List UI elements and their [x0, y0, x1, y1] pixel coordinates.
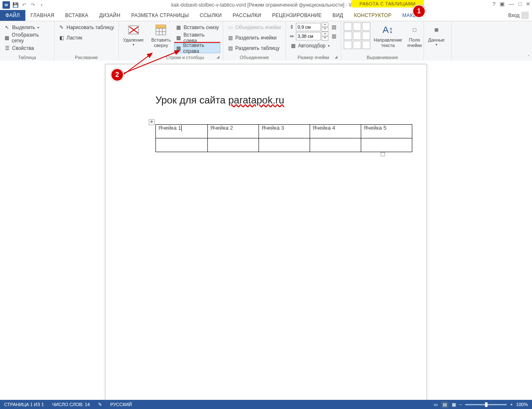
tab-home[interactable]: ГЛАВНАЯ — [25, 10, 60, 21]
eraser-button[interactable]: ◧Ластик — [57, 33, 115, 43]
tab-table-design[interactable]: КОНСТРУКТОР — [349, 10, 397, 21]
ribbon-options-icon[interactable]: ▣ — [500, 1, 505, 7]
group-rows-columns-label: Строки и столбцы — [150, 54, 220, 61]
grid-icon: ▦ — [4, 34, 10, 41]
tab-references[interactable]: ССЫЛКИ — [194, 10, 227, 21]
height-up[interactable]: ▲ — [322, 22, 328, 27]
table-move-handle[interactable]: ✥ — [149, 119, 155, 125]
col-width-input[interactable] — [296, 32, 321, 40]
table-resize-handle[interactable] — [381, 152, 385, 156]
text-direction-button[interactable]: A↕ Направление текста — [372, 22, 404, 49]
table-cell[interactable]: Ячейка 5 — [361, 125, 412, 138]
minimize-icon[interactable]: — — [509, 1, 514, 7]
split-cells-button[interactable]: ▥Разделить ячейки — [226, 33, 282, 43]
group-cell-size-label: Размер ячейки — [288, 54, 338, 61]
qat-dropdown-icon[interactable]: ▾ — [38, 2, 45, 8]
redo-icon[interactable]: ↷ — [30, 2, 36, 8]
height-down[interactable]: ▼ — [322, 27, 328, 32]
view-print-icon[interactable]: ▤ — [441, 401, 448, 408]
merge-icon: ▭ — [227, 24, 234, 31]
table-cell[interactable]: Ячейка 2 — [207, 125, 259, 138]
align-mid-center[interactable] — [353, 32, 361, 40]
view-gridlines-button[interactable]: ▦Отобразить сетку — [2, 33, 52, 43]
table-cell[interactable] — [259, 138, 310, 152]
table-cell[interactable] — [361, 138, 412, 152]
insert-below-button[interactable]: ▦Вставить снизу — [174, 22, 220, 32]
status-language[interactable]: РУССКИЙ — [106, 402, 136, 407]
align-top-left[interactable] — [344, 22, 352, 31]
tab-design[interactable]: ДИЗАЙН — [94, 10, 126, 21]
insert-above-button[interactable]: Вставить сверху — [150, 22, 172, 54]
undo-icon[interactable]: ↶ — [21, 2, 27, 8]
rows-cols-dialog-launcher[interactable]: ◢ — [217, 55, 222, 60]
table-cell[interactable] — [310, 138, 361, 152]
status-page[interactable]: СТРАНИЦА 1 ИЗ 1 — [0, 402, 48, 407]
sign-in[interactable]: Вход — [505, 10, 532, 21]
select-button[interactable]: ↖Выделить▾ — [2, 22, 52, 32]
table-row[interactable] — [156, 138, 412, 152]
help-icon[interactable]: ? — [493, 1, 495, 7]
width-up[interactable]: ▲ — [322, 32, 328, 36]
draw-table-button[interactable]: ✎Нарисовать таблицу — [57, 22, 115, 32]
tab-insert[interactable]: ВСТАВКА — [60, 10, 94, 21]
table-cell[interactable] — [156, 138, 208, 152]
tab-page-layout[interactable]: РАЗМЕТКА СТРАНИЦЫ — [126, 10, 195, 21]
data-button[interactable]: ▦ Данные ▾ — [426, 22, 446, 54]
zoom-out-icon[interactable]: − — [459, 402, 462, 407]
distribute-cols-icon[interactable]: ▥ — [330, 33, 337, 39]
insert-right-button[interactable]: ▦Вставить справа — [174, 43, 220, 53]
collapse-ribbon-icon[interactable]: ˆ — [528, 54, 530, 59]
table-tools-contextual-label: РАБОТА С ТАБЛИЦАМИ — [351, 0, 424, 7]
group-data: ▦ Данные ▾ — [424, 21, 452, 61]
table-cell[interactable]: Ячейка 1 — [156, 125, 208, 138]
properties-button[interactable]: ☰Свойства — [2, 43, 52, 53]
align-top-right[interactable] — [362, 22, 370, 31]
align-mid-left[interactable] — [344, 32, 352, 40]
delete-button[interactable]: Удаление ▾ — [121, 22, 145, 54]
align-top-center[interactable] — [353, 22, 361, 31]
status-bar: СТРАНИЦА 1 ИЗ 1 ЧИСЛО СЛОВ: 14 ✎ РУССКИЙ… — [0, 400, 532, 409]
autofit-button[interactable]: ▦Автоподбор▾ — [288, 41, 337, 51]
maximize-icon[interactable]: □ — [518, 1, 522, 7]
window-title: kak-dobavit-stolbec-v-tablicu-vord [Режи… — [0, 2, 532, 8]
align-mid-right[interactable] — [362, 32, 370, 40]
cell-margins-button[interactable]: ▢ Поля ячейки — [406, 22, 424, 49]
status-word-count[interactable]: ЧИСЛО СЛОВ: 14 — [48, 402, 94, 407]
save-icon[interactable]: 💾 — [12, 2, 19, 8]
status-proofing-icon[interactable]: ✎ — [94, 402, 106, 407]
insert-left-button[interactable]: ▦Вставить слева — [174, 33, 220, 43]
document-table[interactable]: Ячейка 1 Ячейка 2 Ячейка 3 Ячейка 4 Ячей… — [155, 124, 412, 152]
table-row[interactable]: Ячейка 1 Ячейка 2 Ячейка 3 Ячейка 4 Ячей… — [156, 125, 412, 138]
align-bot-left[interactable] — [344, 41, 352, 49]
distribute-rows-icon[interactable]: ▤ — [330, 24, 337, 30]
view-web-icon[interactable]: ▦ — [452, 402, 456, 407]
text-cursor — [181, 125, 182, 131]
document-heading[interactable]: Урок для сайта paratapok.ru — [155, 94, 381, 106]
table-cell[interactable]: Ячейка 3 — [259, 125, 310, 138]
view-read-icon[interactable]: ▭ — [433, 402, 438, 407]
align-bot-right[interactable] — [362, 41, 370, 49]
svg-rect-7 — [156, 25, 166, 28]
tab-mailings[interactable]: РАССЫЛКИ — [227, 10, 267, 21]
row-height-input[interactable] — [296, 23, 321, 31]
table-cell[interactable]: Ячейка 4 — [310, 125, 361, 138]
zoom-thumb[interactable] — [485, 402, 488, 407]
zoom-level[interactable]: 100% — [516, 402, 528, 407]
table-cell[interactable] — [207, 138, 259, 152]
zoom-slider[interactable] — [465, 404, 507, 405]
split-table-button[interactable]: ▤Разделить таблицу — [226, 43, 282, 53]
tab-file[interactable]: ФАЙЛ — [0, 10, 25, 21]
split-cells-icon: ▥ — [227, 34, 234, 41]
insert-above-icon — [154, 23, 167, 37]
cell-size-dialog-launcher[interactable]: ◢ — [335, 55, 340, 60]
align-bot-center[interactable] — [353, 41, 361, 49]
page[interactable]: Урок для сайта paratapok.ru ✥ Ячейка 1 Я… — [105, 64, 427, 400]
close-icon[interactable]: ✕ — [526, 1, 530, 7]
tab-review[interactable]: РЕЦЕНЗИРОВАНИЕ — [266, 10, 327, 21]
document-area[interactable]: 2 Урок для сайта paratapok.ru ✥ Ячейка 1… — [0, 61, 532, 400]
tab-view[interactable]: ВИД — [327, 10, 349, 21]
width-down[interactable]: ▼ — [322, 36, 328, 41]
group-merge-label: Объединение — [226, 54, 283, 61]
group-table-label: Таблица — [2, 54, 52, 61]
zoom-in-icon[interactable]: + — [510, 402, 512, 407]
